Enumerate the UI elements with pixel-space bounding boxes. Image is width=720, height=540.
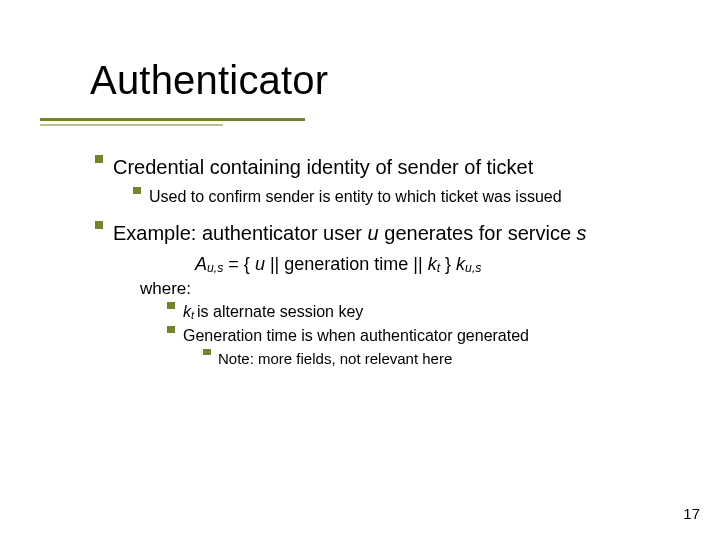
title-underline-primary [40,118,305,121]
formula-eq: = { [223,254,255,274]
bullet-icon [133,187,141,194]
bullet-level1: Credential containing identity of sender… [95,155,680,181]
bullet-level4: Note: more fields, not relevant here [203,349,680,368]
formula-close: } [440,254,456,274]
text-run: Example: authenticator user [113,222,368,244]
bullet-text: Used to confirm sender is entity to whic… [149,187,562,207]
formula-sub: u,s [207,261,223,275]
title-block: Authenticator [90,58,328,103]
bullet-level2: Used to confirm sender is entity to whic… [133,187,680,207]
bullet-icon [167,326,175,333]
formula-k2sub: u,s [465,261,481,275]
text-run: is alternate session key [197,303,363,320]
title-underline-secondary [40,124,223,126]
bullet-icon [95,221,103,229]
text-run: generates for service [379,222,577,244]
bullet-text: kt is alternate session key [183,302,363,323]
where-label: where: [140,278,680,300]
formula-u: u [255,254,265,274]
formula-line: Au,s = { u || generation time || kt } ku… [195,253,680,277]
bullet-level1: Example: authenticator user u generates … [95,221,680,247]
formula-mid: || generation time || [265,254,428,274]
slide-body: Credential containing identity of sender… [95,155,680,372]
bullet-level3: Generation time is when authenticator ge… [167,326,680,346]
page-number: 17 [683,505,700,522]
bullet-text: Example: authenticator user u generates … [113,221,587,247]
bullet-icon [167,302,175,309]
formula-k: k [428,254,437,274]
bullet-icon [95,155,103,163]
bullet-icon [203,349,211,355]
bullet-level3: kt is alternate session key [167,302,680,323]
bullet-text: Note: more fields, not relevant here [218,349,452,368]
variable-kt: k [183,303,191,320]
formula-A: A [195,254,207,274]
bullet-text: Credential containing identity of sender… [113,155,533,181]
bullet-text: Generation time is when authenticator ge… [183,326,529,346]
slide: Authenticator Credential containing iden… [0,0,720,540]
slide-title: Authenticator [90,58,328,103]
formula-k2: k [456,254,465,274]
variable-s: s [577,222,587,244]
variable-u: u [368,222,379,244]
